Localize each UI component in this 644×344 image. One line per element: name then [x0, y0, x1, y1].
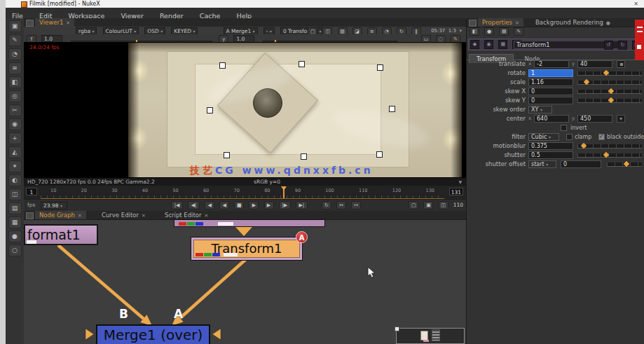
- redo-icon[interactable]: ↻: [618, 41, 627, 50]
- current-frame-field[interactable]: 1: [26, 188, 37, 195]
- channels-button[interactable]: ◉: [484, 40, 493, 49]
- toolbar-views-icon[interactable]: ◫: [8, 188, 22, 200]
- goto-end-button[interactable]: ▶|: [296, 201, 308, 209]
- bounce-mode-button[interactable]: ↔: [336, 201, 346, 209]
- playhead[interactable]: [283, 186, 285, 198]
- merge-mask-arrow-right[interactable]: [212, 329, 221, 340]
- animation-menu-button[interactable]: ▪: [617, 60, 625, 68]
- toolbar-color-icon[interactable]: ◧: [8, 76, 22, 88]
- transform-handle-bm[interactable]: [301, 153, 307, 160]
- node-color-button[interactable]: ◆: [470, 40, 479, 49]
- node-transform1[interactable]: Transform1: [191, 237, 303, 261]
- motionblur-field[interactable]: 0.375: [528, 142, 573, 150]
- lock-range-icon[interactable]: ◫: [439, 201, 448, 209]
- rotate-slider-handle[interactable]: [603, 70, 609, 76]
- clamp-checkbox[interactable]: [566, 134, 573, 140]
- loop-mode-button[interactable]: ↻: [322, 201, 331, 209]
- tab-background-rendering[interactable]: Background Rendering●: [531, 18, 615, 27]
- chevron-down-icon[interactable]: ▾: [459, 28, 462, 34]
- panel-menu-icon[interactable]: [26, 20, 34, 27]
- panel-menu-icon[interactable]: [26, 212, 34, 219]
- transform-handle-br[interactable]: [376, 151, 383, 158]
- toolbar-particles-icon[interactable]: ✶: [8, 160, 22, 172]
- minimap-handle[interactable]: [395, 326, 399, 331]
- window-close-button[interactable]: ✕: [633, 0, 638, 8]
- close-icon[interactable]: ✕: [78, 213, 82, 219]
- shutter-offset-dropdown[interactable]: start ▾: [528, 160, 556, 168]
- transform-handle-tl[interactable]: [219, 62, 226, 69]
- shutter-custom-field[interactable]: 0: [561, 160, 601, 168]
- toolbar-3d-icon[interactable]: ◭: [8, 146, 22, 158]
- step-back-button[interactable]: ◀: [205, 201, 214, 209]
- close-icon[interactable]: ✕: [66, 20, 70, 26]
- motionblur-slider-handle[interactable]: [581, 143, 587, 149]
- transform-handle-bl[interactable]: [224, 152, 230, 158]
- black-outside-checkbox[interactable]: [598, 134, 605, 140]
- toolbar-other-icon[interactable]: ●: [8, 231, 22, 242]
- toolbar-filter-icon[interactable]: ◎: [8, 90, 22, 102]
- pin-icon[interactable]: ◧: [470, 27, 479, 36]
- tab-node-graph[interactable]: Node Graph✕: [35, 211, 86, 219]
- toolbar-keyer-icon[interactable]: ✂: [8, 104, 22, 116]
- red-overlay-widget[interactable]: [635, 20, 644, 60]
- skew-y-slider-handle[interactable]: [608, 97, 614, 103]
- toolbar-transform-icon[interactable]: +: [8, 132, 22, 144]
- edit-icon[interactable]: ✎: [514, 27, 523, 36]
- node-graph-canvas[interactable]: B A format1 Transform1: [24, 219, 466, 344]
- tab-viewer1[interactable]: Viewer1✕: [35, 18, 74, 27]
- toolbar-metadata-icon[interactable]: ▤: [8, 202, 22, 214]
- play-backward-button[interactable]: ◀: [219, 201, 229, 209]
- translate-y-field[interactable]: 40: [577, 60, 612, 68]
- play-once-mode-button[interactable]: ↦: [351, 201, 361, 209]
- shutter-offset-slider-handle[interactable]: [623, 161, 629, 167]
- rotate-slider[interactable]: [577, 71, 642, 76]
- invert-checkbox[interactable]: [561, 125, 567, 131]
- skew-y-field[interactable]: 0: [528, 97, 573, 104]
- close-icon[interactable]: ✕: [205, 213, 209, 219]
- node-merge1[interactable]: Merge1 (over): [96, 324, 210, 344]
- translate-x-field[interactable]: -2: [534, 60, 569, 68]
- node-clipped[interactable]: [174, 219, 325, 227]
- toolbar-draw-icon[interactable]: ✎: [8, 34, 22, 46]
- stat-zoom[interactable]: 1:3: [448, 28, 456, 34]
- rotate-field[interactable]: 1: [528, 69, 573, 77]
- fullscreen-icon[interactable]: ▢: [409, 201, 418, 209]
- focus-icon[interactable]: ●: [484, 27, 494, 36]
- filter-dropdown[interactable]: Cubic ▾: [528, 133, 559, 141]
- range-end-field[interactable]: 131: [449, 188, 463, 195]
- center-menu-button[interactable]: ▾: [617, 115, 625, 123]
- merge-mask-arrow-left[interactable]: [85, 329, 94, 340]
- transform-handle-tm[interactable]: [299, 61, 305, 67]
- scale-slider[interactable]: [577, 81, 642, 85]
- shutter-offset-slider[interactable]: [607, 163, 642, 167]
- close-icon[interactable]: ✕: [515, 20, 519, 26]
- toolbar-merge-icon[interactable]: ◉: [8, 118, 22, 130]
- shutter-slider-handle[interactable]: [603, 152, 609, 158]
- next-keyframe-button[interactable]: |▶: [279, 201, 291, 209]
- node-format1[interactable]: format1: [24, 224, 98, 245]
- scale-slider-handle[interactable]: [584, 79, 589, 85]
- step-forward-button[interactable]: ▶: [264, 201, 274, 209]
- minimap[interactable]: [396, 328, 465, 344]
- transform-handle-tr[interactable]: [377, 64, 383, 71]
- layout-icon[interactable]: ▤: [499, 27, 509, 36]
- skew-x-slider[interactable]: [577, 90, 642, 94]
- panel-menu-icon[interactable]: [469, 20, 477, 27]
- play-forward-button[interactable]: ▶: [249, 201, 259, 209]
- toolbar-assist-icon[interactable]: ○: [8, 245, 22, 256]
- shutter-field[interactable]: 0.5: [528, 151, 573, 159]
- timeline-ruler[interactable]: 102030405060708090100110120130: [41, 186, 444, 200]
- stop-button[interactable]: ■: [234, 201, 244, 209]
- fps-dropdown[interactable]: 23.98 ▾: [41, 202, 67, 209]
- viewer-canvas[interactable]: 24.0/24 fps: [24, 42, 466, 177]
- toolbar-toolsets-icon[interactable]: ▦: [8, 216, 22, 228]
- tab-curve-editor[interactable]: Curve Editor✕: [97, 211, 150, 219]
- center-x-field[interactable]: 640: [534, 115, 569, 123]
- prev-keyframe-button[interactable]: ◀|: [188, 201, 200, 209]
- transform-handle-ml[interactable]: [207, 107, 213, 113]
- skew-x-field[interactable]: 0: [528, 88, 573, 95]
- title-bar[interactable]: Filmik [modified] - NukeX ✕: [6, 0, 644, 8]
- skew-y-slider[interactable]: [577, 99, 642, 103]
- transform-handle-mr[interactable]: [389, 106, 395, 112]
- toolbar-channel-icon[interactable]: ≡: [8, 62, 22, 74]
